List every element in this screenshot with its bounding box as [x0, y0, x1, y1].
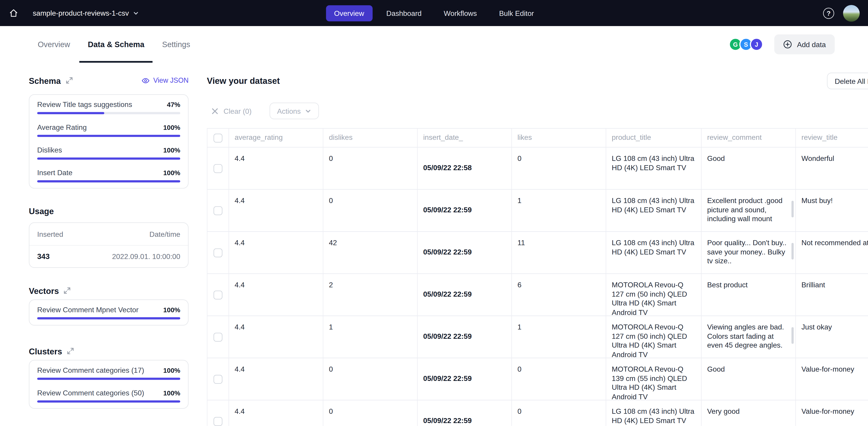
view-json-link[interactable]: View JSON: [142, 77, 189, 85]
cell-review-comment: Good: [702, 358, 796, 400]
cell-dislikes: 0: [323, 358, 418, 400]
delete-all-data-button[interactable]: Delete All Data: [827, 73, 868, 89]
column-header-average-rating[interactable]: average_rating: [229, 129, 323, 147]
dataset-tabs: Overview Data & Schema Settings: [29, 26, 198, 63]
cell-review-title: Just okay: [796, 316, 868, 358]
vectors-card: Review Comment Mpnet Vector100%: [29, 300, 189, 326]
tab-data-schema[interactable]: Data & Schema: [80, 26, 153, 63]
cell-product-title: LG 108 cm (43 inch) Ultra HD (4K) LED Sm…: [606, 190, 702, 231]
table-row: 4.4 0 05/09/22 22:58 0 LG 108 cm (43 inc…: [207, 148, 868, 190]
expand-icon[interactable]: [67, 347, 74, 354]
table-row: 4.4 1 05/09/22 22:59 1 MOTOROLA Revou-Q …: [207, 316, 868, 358]
chevron-down-icon: [133, 10, 139, 16]
row-checkbox[interactable]: [214, 206, 222, 215]
cell-insert-date: 05/09/22 22:59: [418, 358, 512, 400]
row-checkbox[interactable]: [214, 248, 222, 257]
progress-bar: [37, 112, 180, 114]
vector-field: Review Comment Mpnet Vector100%: [29, 301, 188, 324]
vectors-section-header: Vectors: [29, 286, 189, 295]
tab-settings[interactable]: Settings: [154, 26, 198, 63]
schema-card: Review Title tags suggestions47% Average…: [29, 94, 189, 188]
cell-review-title: Must buy!: [796, 190, 868, 231]
row-checkbox[interactable]: [214, 332, 222, 341]
table-row: 4.4 0 05/09/22 22:59 0 LG 108 cm (43 inc…: [207, 400, 868, 426]
cell-product-title: LG 108 cm (43 inch) Ultra HD (4K) LED Sm…: [606, 400, 702, 426]
field-percent: 100%: [163, 146, 180, 154]
expand-icon[interactable]: [64, 287, 70, 294]
project-selector[interactable]: sample-product-reviews-1-csv: [33, 9, 139, 17]
field-label: Insert Date: [37, 169, 72, 177]
chevron-down-icon: [305, 108, 311, 114]
close-icon: [211, 108, 218, 115]
actions-dropdown[interactable]: Actions: [269, 103, 319, 119]
column-header-review-title[interactable]: review_title: [796, 129, 868, 147]
eye-icon: [142, 77, 150, 85]
row-checkbox[interactable]: [214, 417, 222, 426]
view-json-label: View JSON: [153, 77, 189, 84]
project-name: sample-product-reviews-1-csv: [33, 9, 129, 17]
cell-review-comment: Poor quality... Don't buy.. save your mo…: [702, 232, 796, 274]
select-all-checkbox[interactable]: [214, 133, 222, 142]
field-percent: 100%: [163, 169, 180, 177]
progress-fill: [37, 112, 104, 114]
cell-product-title: MOTOROLA Revou-Q 127 cm (50 inch) QLED U…: [606, 316, 702, 358]
schema-field: Insert Date100%: [29, 164, 188, 187]
row-checkbox[interactable]: [214, 164, 222, 173]
clear-selection-button[interactable]: Clear (0): [211, 107, 252, 115]
home-icon[interactable]: [9, 8, 18, 18]
cell-average-rating: 4.4: [229, 232, 323, 274]
column-header-likes[interactable]: likes: [512, 129, 606, 147]
cluster-field: Review Comment categories (17)100%: [29, 362, 188, 384]
actions-label: Actions: [277, 107, 301, 115]
cell-review-comment: Excellent product .good picture and soun…: [702, 190, 796, 231]
cell-insert-date: 05/09/22 22:59: [418, 316, 512, 358]
cell-average-rating: 4.4: [229, 274, 323, 316]
cell-scrollbar[interactable]: [792, 201, 794, 217]
row-select-cell: [207, 316, 229, 358]
clear-label: Clear (0): [223, 107, 252, 115]
row-select-cell: [207, 190, 229, 231]
clusters-title: Clusters: [29, 346, 62, 356]
cell-review-title: Wonderful: [796, 148, 868, 189]
cell-insert-date: 05/09/22 22:59: [418, 190, 512, 231]
cell-review-title: Not recommended at all: [796, 232, 868, 274]
tab-label: Overview: [38, 40, 70, 49]
field-percent: 100%: [163, 367, 180, 374]
field-label: Average Rating: [37, 123, 87, 132]
cell-insert-date: 05/09/22 22:58: [418, 148, 512, 189]
tab-overview[interactable]: Overview: [29, 26, 79, 63]
select-all-cell: [207, 129, 229, 147]
app-root: sample-product-reviews-1-csv Overview Da…: [0, 0, 868, 426]
field-label: Review Comment Mpnet Vector: [37, 305, 138, 314]
column-header-dislikes[interactable]: dislikes: [323, 129, 418, 147]
usage-header-row: Inserted Date/time: [29, 223, 188, 245]
cell-scrollbar[interactable]: [792, 327, 794, 344]
column-header-product-title[interactable]: product_title: [606, 129, 702, 147]
cell-dislikes: 42: [323, 232, 418, 274]
main-header: View your dataset Delete All Data: [207, 73, 868, 89]
schema-field: Review Title tags suggestions47%: [29, 96, 188, 119]
cell-likes: 0: [512, 148, 606, 189]
cell-likes: 1: [512, 190, 606, 231]
vectors-title: Vectors: [29, 286, 59, 296]
row-checkbox[interactable]: [214, 374, 222, 384]
usage-section-header: Usage: [29, 206, 189, 215]
row-select-cell: [207, 148, 229, 189]
schema-section-header: Schema View JSON: [29, 76, 189, 85]
cell-average-rating: 4.4: [229, 400, 323, 426]
row-select-cell: [207, 400, 229, 426]
row-checkbox[interactable]: [214, 290, 222, 299]
column-header-insert-date[interactable]: insert_date_: [418, 129, 512, 147]
column-header-review-comment[interactable]: review_comment: [702, 129, 796, 147]
progress-fill: [37, 180, 180, 182]
field-percent: 47%: [167, 101, 180, 109]
table-row: 4.4 2 05/09/22 22:59 6 MOTOROLA Revou-Q …: [207, 274, 868, 316]
clusters-section-header: Clusters: [29, 347, 189, 356]
cell-scrollbar[interactable]: [792, 243, 794, 260]
cell-review-comment: Good: [702, 148, 796, 189]
expand-icon[interactable]: [66, 77, 72, 84]
cell-dislikes: 2: [323, 274, 418, 316]
progress-bar: [37, 157, 180, 160]
cluster-field: Review Comment categories (50)100%: [29, 384, 188, 407]
usage-value-row: 343 2022.09.01. 10:00:00: [29, 245, 188, 267]
